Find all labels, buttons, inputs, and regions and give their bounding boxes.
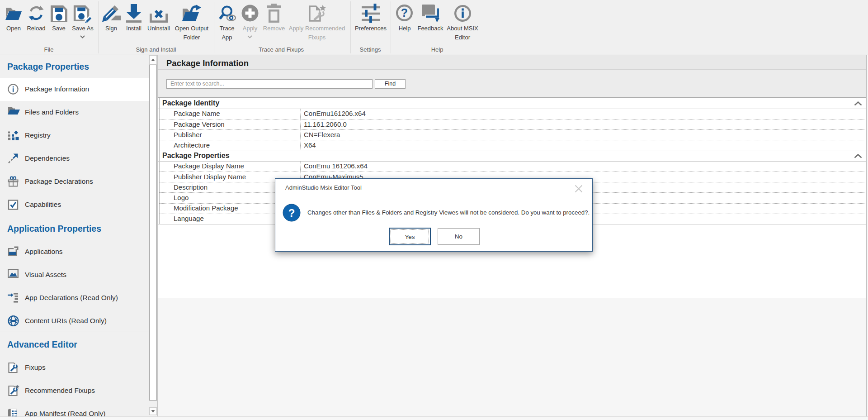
svg-text:?: ? — [288, 207, 295, 219]
svg-text:?: ? — [401, 6, 408, 19]
